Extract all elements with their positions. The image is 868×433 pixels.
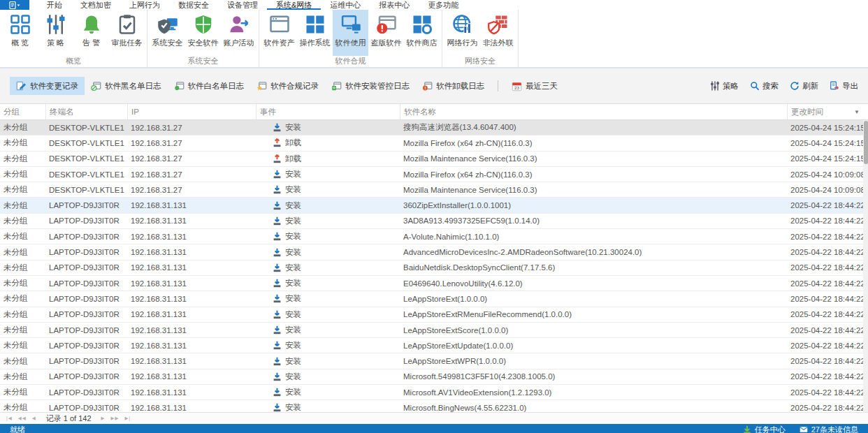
table-row[interactable]: 未分组 LAPTOP-D9J3IT0R 192.168.31.131 安装 Le… <box>0 323 868 338</box>
menu-item[interactable]: 系统&网络 <box>267 0 321 10</box>
tab-recent-three-days[interactable]: 23 最近三天 <box>505 77 564 95</box>
ribbon-button-policy[interactable]: 策 略 <box>38 10 73 56</box>
ribbon-button-system-security[interactable]: 系统安全 <box>150 10 185 56</box>
mail-icon <box>800 425 808 433</box>
cell-software: Mozilla Firefox (x64 zh-CN)(116.0.3) <box>400 139 787 147</box>
table-row[interactable]: 未分组 LAPTOP-D9J3IT0R 192.168.31.131 安装 3A… <box>0 214 868 229</box>
menu-item[interactable]: 文档加密 <box>71 0 120 10</box>
menu-item[interactable]: 开始 <box>38 0 71 10</box>
export-icon <box>830 81 839 91</box>
next-page-icon[interactable] <box>108 416 122 421</box>
software-usage-icon <box>340 14 361 35</box>
column-header-software[interactable]: 软件名称 <box>400 104 787 119</box>
log-tab-strip: 软件变更记录 软件黑名单日志 软件白名单日志 软件合规记录 <box>0 68 868 104</box>
ribbon-button-overview[interactable]: 概 览 <box>2 10 38 56</box>
cell-software: 3AD8A913.49937325EFC59(1.0.14.0) <box>400 216 787 225</box>
prev-record-icon[interactable] <box>29 416 39 421</box>
ribbon-button-software-store[interactable]: 软件商店 <box>404 10 440 56</box>
column-header-ip[interactable]: IP <box>127 104 256 119</box>
menu-item[interactable]: 上网行为 <box>120 0 169 10</box>
ribbon-button-approval[interactable]: 审批任务 <box>109 10 145 56</box>
column-header-time[interactable]: 更改时间 ▼ <box>787 104 868 119</box>
menu-item[interactable]: 运维中心 <box>321 0 370 10</box>
table-row[interactable]: 未分组 LAPTOP-D9J3IT0R 192.168.31.131 安装 36… <box>0 198 868 213</box>
table-row[interactable]: 未分组 LAPTOP-D9J3IT0R 192.168.31.131 安装 Mi… <box>0 369 868 385</box>
table-row[interactable]: 未分组 DESKTOP-VLKTLE1 192.168.31.27 卸载 Moz… <box>0 152 868 167</box>
cell-software: LeAppStoreExtWPR(1.0.0.0) <box>400 357 787 365</box>
cell-event: 安装 <box>256 278 400 288</box>
ribbon-group-network-security: 网络行为 非法外联 网络安全 <box>442 10 519 67</box>
first-page-icon[interactable] <box>3 416 15 421</box>
sort-descending-icon[interactable]: ▼ <box>854 109 860 115</box>
cell-terminal: LAPTOP-D9J3IT0R <box>45 279 127 288</box>
ribbon-button-account-activity[interactable]: 账户活动 <box>221 10 256 56</box>
table-row[interactable]: 未分组 DESKTOP-VLKTLE1 192.168.31.27 卸载 Moz… <box>0 135 868 151</box>
tab-software-compliance-log[interactable]: 软件合规记录 <box>250 77 325 95</box>
export-button[interactable]: 导出 <box>830 81 858 91</box>
table-row[interactable]: 未分组 LAPTOP-D9J3IT0R 192.168.31.131 安装 Le… <box>0 291 868 307</box>
cell-ip: 192.168.31.27 <box>127 124 256 132</box>
prev-page-icon[interactable] <box>15 416 29 421</box>
ribbon-button-alert[interactable]: 告 警 <box>73 10 109 56</box>
vertical-scrollbar[interactable] <box>863 120 868 412</box>
last-page-icon[interactable] <box>122 416 134 421</box>
table-row[interactable]: 未分组 LAPTOP-D9J3IT0R 192.168.31.131 安装 Ad… <box>0 244 868 260</box>
cell-group: 未分组 <box>0 231 45 242</box>
table-row[interactable]: 未分组 LAPTOP-D9J3IT0R 192.168.31.131 安装 Le… <box>0 338 868 353</box>
table-row[interactable]: 未分组 LAPTOP-D9J3IT0R 192.168.31.131 安装 Le… <box>0 307 868 323</box>
table-row[interactable]: 未分组 LAPTOP-D9J3IT0R 192.168.31.131 安装 Ba… <box>0 260 868 276</box>
next-record-icon[interactable] <box>99 416 108 421</box>
cell-ip: 192.168.31.131 <box>127 372 256 381</box>
menu-item[interactable]: 数据安全 <box>169 0 218 10</box>
ribbon-button-pirated-software[interactable]: 盗版软件 <box>368 10 404 56</box>
calendar-icon: 23 <box>512 81 522 91</box>
ribbon-button-software-assets[interactable]: 软件资产 <box>261 10 297 56</box>
cell-time: 2025-04-22 18:44:22 <box>787 279 868 288</box>
table-row[interactable]: 未分组 DESKTOP-VLKTLE1 192.168.31.27 安装 Moz… <box>0 167 868 182</box>
ribbon-button-illegal-connection[interactable]: 非法外联 <box>480 10 516 56</box>
column-header-group[interactable]: 分组 <box>0 104 45 119</box>
table-row[interactable]: 未分组 LAPTOP-D9J3IT0R 192.168.31.131 安装 E0… <box>0 276 868 291</box>
table-row[interactable]: 未分组 LAPTOP-D9J3IT0R 192.168.31.131 安装 Le… <box>0 353 868 369</box>
unread-messages-button[interactable]: 27条未读信息 <box>800 425 858 433</box>
ribbon-button-security-software[interactable]: 安全软件 <box>185 10 221 56</box>
table-row[interactable]: 未分组 DESKTOP-VLKTLE1 192.168.31.27 安装 Moz… <box>0 182 868 198</box>
cell-event: 安装 <box>256 247 400 258</box>
tab-software-whitelist-log[interactable]: 软件白名单日志 <box>168 77 251 95</box>
menu-item[interactable]: 更多功能 <box>419 0 468 10</box>
tab-uninstall-log[interactable]: 软件卸载日志 <box>416 77 491 95</box>
table-row[interactable]: 未分组 LAPTOP-D9J3IT0R 192.168.31.131 安装 A-… <box>0 229 868 244</box>
software-assets-icon <box>269 14 290 35</box>
app-menu-button[interactable] <box>0 0 29 10</box>
policy-button[interactable]: 策略 <box>710 81 739 91</box>
cell-time: 2025-04-22 18:44:22 <box>787 404 868 412</box>
table-row[interactable]: 未分组 LAPTOP-D9J3IT0R 192.168.31.131 安装 Mi… <box>0 400 868 412</box>
cell-ip: 192.168.31.131 <box>127 233 256 241</box>
alert-bell-icon <box>81 14 102 35</box>
ribbon-button-network-behavior[interactable]: 网络行为 <box>444 10 480 56</box>
cell-event: 安装 <box>256 184 400 195</box>
ribbon-button-operating-system[interactable]: 操作系统 <box>297 10 333 56</box>
column-header-terminal[interactable]: 终端名 <box>45 104 127 119</box>
cell-event: 安装 <box>256 340 400 351</box>
menu-item[interactable]: 报表中心 <box>370 0 419 10</box>
ribbon-button-software-usage[interactable]: 软件使用 <box>333 10 368 56</box>
refresh-button[interactable]: 刷新 <box>790 81 818 91</box>
install-icon <box>273 357 282 366</box>
table-row[interactable]: 未分组 LAPTOP-D9J3IT0R 192.168.31.131 安装 Mi… <box>0 385 868 400</box>
column-header-event[interactable]: 事件 <box>256 104 400 119</box>
cell-ip: 192.168.31.131 <box>127 295 256 303</box>
cell-software: AdvancedMicroDevicesInc-2.AMDRadeonSoftw… <box>400 248 787 256</box>
menu-item[interactable]: 设备管理 <box>218 0 267 10</box>
tab-software-blacklist-log[interactable]: 软件黑名单日志 <box>85 77 168 95</box>
search-button[interactable]: 搜索 <box>750 81 779 91</box>
policy-small-icon <box>710 81 720 91</box>
cell-terminal: DESKTOP-VLKTLE1 <box>45 170 127 179</box>
cell-ip: 192.168.31.131 <box>127 263 256 272</box>
cell-ip: 192.168.31.27 <box>127 186 256 194</box>
scrollbar-thumb[interactable] <box>864 121 868 164</box>
tab-install-control-log[interactable]: 软件安装管控日志 <box>325 77 416 95</box>
table-row[interactable]: 未分组 DESKTOP-VLKTLE1 192.168.31.27 安装 搜狗高… <box>0 120 868 135</box>
tab-software-change-log[interactable]: 软件变更记录 <box>10 77 85 95</box>
task-center-button[interactable]: 任务中心 <box>743 425 786 433</box>
